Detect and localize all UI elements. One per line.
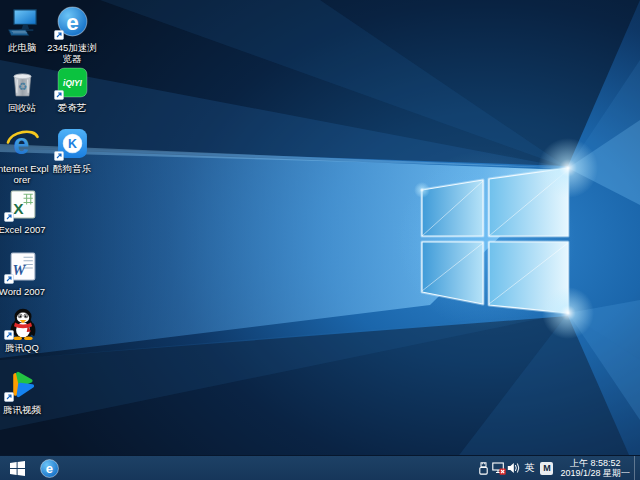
windows-logo — [422, 168, 568, 313]
browser-2345-icon: e — [56, 6, 89, 39]
iqiyi-icon: iQIYI — [56, 66, 89, 99]
system-tray: 英 M 上午 8:58:52 2019/1/28 星期一 — [476, 456, 640, 480]
svg-text:iQIYI: iQIYI — [63, 79, 83, 88]
svg-text:♻: ♻ — [17, 80, 26, 92]
svg-text:e: e — [45, 461, 52, 476]
svg-text:K: K — [68, 137, 77, 151]
desktop-icon-label: 此电脑 — [8, 42, 37, 53]
desktop-icon-label: 回收站 — [8, 102, 37, 113]
taskbar-left: e — [0, 456, 64, 480]
svg-text:e: e — [66, 9, 79, 35]
desktop-icon-label: 腾讯视频 — [3, 404, 41, 415]
excel-2007-icon: X — [6, 188, 39, 221]
browser-2345-taskbar-icon: e — [40, 459, 59, 478]
taskbar-clock[interactable]: 上午 8:58:52 2019/1/28 星期一 — [560, 458, 630, 479]
desktop-icon-label: 爱奇艺 — [58, 102, 87, 113]
desktop-icon-iqiyi[interactable]: iQIYI 爱奇艺 — [44, 66, 100, 113]
network-disconnected-tray-icon[interactable] — [491, 456, 506, 480]
desktop-icon-label: 腾讯QQ — [5, 342, 39, 353]
shortcut-arrow-icon — [4, 274, 14, 284]
desktop-icon-this-pc[interactable]: 此电脑 — [0, 6, 50, 53]
windows-logo-icon — [10, 461, 25, 476]
shortcut-arrow-icon — [4, 392, 14, 402]
desktop-icon-label: Internet Explorer — [0, 163, 50, 185]
svg-text:W: W — [12, 262, 26, 278]
tencent-qq-icon — [6, 306, 39, 339]
start-button[interactable] — [0, 456, 34, 480]
desktop-icon-excel-2007[interactable]: X Excel 2007 — [0, 188, 50, 235]
desktop-icon-label: Excel 2007 — [0, 224, 46, 235]
windows-desktop: { "wallpaper": { "name": "windows-10-her… — [0, 0, 640, 480]
ime-mode-icon[interactable]: M — [540, 462, 553, 475]
taskbar: e 英 M 上午 — [0, 455, 640, 480]
show-desktop-button[interactable] — [634, 456, 640, 480]
internet-explorer-icon: e — [6, 127, 39, 160]
recycle-bin-icon: ♻ — [6, 66, 39, 99]
desktop-icon-label: Word 2007 — [0, 286, 45, 297]
shortcut-arrow-icon — [54, 30, 64, 40]
this-pc-icon — [6, 6, 39, 39]
desktop-icon-internet-explorer[interactable]: e Internet Explorer — [0, 127, 50, 185]
clock-date: 2019/1/28 星期一 — [560, 468, 630, 479]
kugou-music-icon: K — [56, 127, 89, 160]
desktop-icon-browser-2345[interactable]: e 2345加速浏览器 — [44, 6, 100, 64]
volume-tray-icon[interactable] — [506, 456, 521, 480]
clock-time: 上午 8:58:52 — [560, 458, 630, 469]
desktop-icon-tencent-video[interactable]: 腾讯视频 — [0, 368, 50, 415]
tencent-video-icon — [6, 368, 39, 401]
desktop-icon-tencent-qq[interactable]: 腾讯QQ — [0, 306, 50, 353]
desktop-icon-kugou-music[interactable]: K 酷狗音乐 — [44, 127, 100, 174]
usb-device-tray-icon[interactable] — [476, 456, 491, 480]
word-2007-icon: W — [6, 250, 39, 283]
desktop-icon-word-2007[interactable]: W Word 2007 — [0, 250, 50, 297]
ime-language-indicator[interactable]: 英 — [521, 461, 537, 475]
desktop-icon-recycle-bin[interactable]: ♻ 回收站 — [0, 66, 50, 113]
taskbar-browser-2345-button[interactable]: e — [34, 456, 64, 480]
desktop-icon-label: 酷狗音乐 — [53, 163, 91, 174]
shortcut-arrow-icon — [54, 90, 64, 100]
svg-text:X: X — [13, 200, 24, 217]
shortcut-arrow-icon — [4, 330, 14, 340]
shortcut-arrow-icon — [4, 212, 14, 222]
shortcut-arrow-icon — [54, 151, 64, 161]
desktop-icon-label: 2345加速浏览器 — [44, 42, 100, 64]
